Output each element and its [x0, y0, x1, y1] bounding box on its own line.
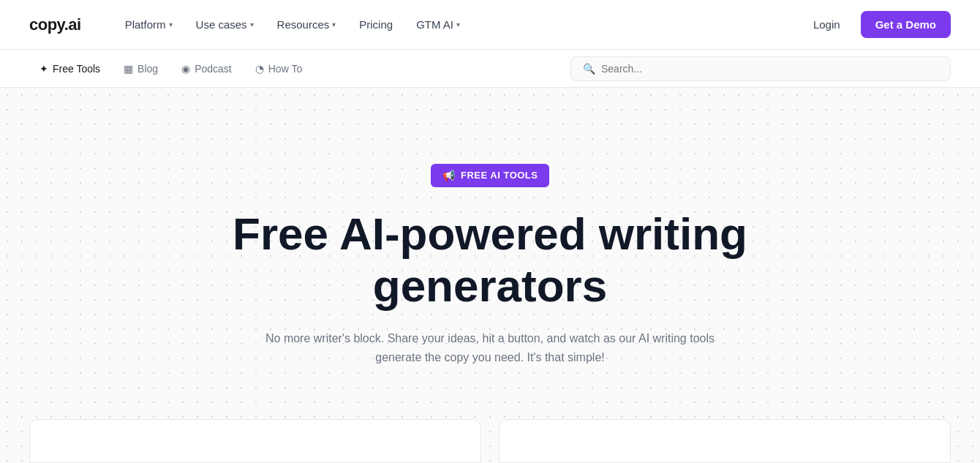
hero-title: Free AI-powered writing generators — [205, 208, 775, 312]
free-ai-tools-badge: 📢 FREE AI TOOLS — [431, 164, 550, 187]
hero-subtitle: No more writer's block. Share your ideas… — [256, 329, 724, 366]
chevron-down-icon: ▾ — [456, 20, 460, 29]
card-preview-right — [499, 419, 951, 463]
chevron-down-icon: ▾ — [250, 20, 254, 29]
card-row — [0, 419, 980, 463]
logo[interactable]: copy.ai — [29, 15, 81, 34]
blog-icon: ▦ — [124, 63, 133, 75]
sub-nav-free-tools[interactable]: ✦ Free Tools — [29, 57, 110, 80]
podcast-icon: ◉ — [181, 63, 190, 75]
nav-item-pricing[interactable]: Pricing — [350, 12, 402, 37]
main-nav: Platform ▾ Use cases ▾ Resources ▾ Prici… — [116, 12, 804, 37]
nav-item-gtm-ai[interactable]: GTM AI ▾ — [407, 12, 469, 37]
top-navigation: copy.ai Platform ▾ Use cases ▾ Resources… — [0, 0, 980, 50]
sub-navigation: ✦ Free Tools ▦ Blog ◉ Podcast ◔ How To 🔍 — [0, 50, 980, 88]
nav-item-use-cases[interactable]: Use cases ▾ — [187, 12, 263, 37]
search-box[interactable]: 🔍 — [570, 56, 951, 81]
nav-item-platform[interactable]: Platform ▾ — [116, 12, 181, 37]
sub-nav-how-to[interactable]: ◔ How To — [245, 57, 312, 80]
sub-nav-blog[interactable]: ▦ Blog — [113, 57, 168, 80]
tools-icon: ✦ — [39, 63, 48, 75]
search-icon: 🔍 — [583, 63, 595, 75]
how-to-icon: ◔ — [255, 63, 264, 75]
nav-item-resources[interactable]: Resources ▾ — [268, 12, 345, 37]
card-preview-left — [29, 419, 481, 463]
search-input[interactable] — [601, 63, 938, 75]
sub-nav-left: ✦ Free Tools ▦ Blog ◉ Podcast ◔ How To — [29, 57, 312, 80]
megaphone-icon: 📢 — [442, 170, 456, 181]
sub-nav-right: 🔍 — [570, 56, 951, 81]
chevron-down-icon: ▾ — [332, 20, 336, 29]
login-button[interactable]: Login — [804, 12, 849, 37]
nav-right: Login Get a Demo — [804, 11, 951, 38]
chevron-down-icon: ▾ — [169, 20, 173, 29]
hero-section: 📢 FREE AI TOOLS Free AI-powered writing … — [0, 88, 980, 463]
get-demo-button[interactable]: Get a Demo — [861, 11, 951, 38]
sub-nav-podcast[interactable]: ◉ Podcast — [171, 57, 242, 80]
badge-label: FREE AI TOOLS — [461, 170, 538, 181]
